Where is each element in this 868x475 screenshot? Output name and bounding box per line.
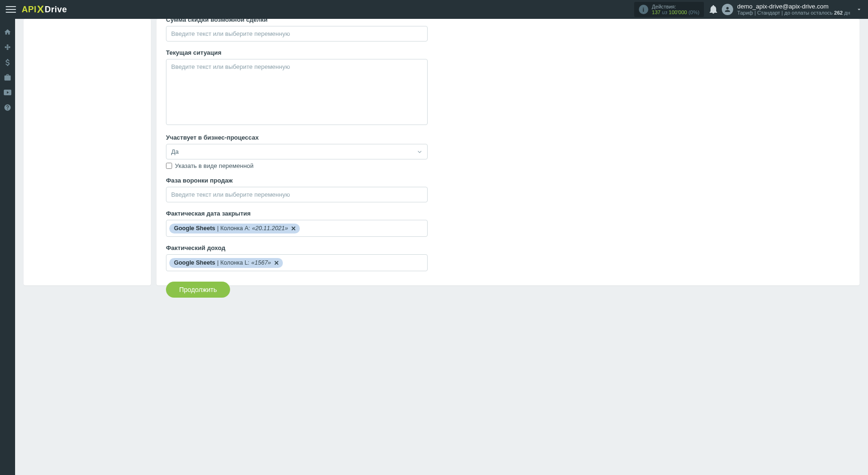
business-select[interactable]: Да — [166, 144, 428, 159]
sidebar-video[interactable] — [0, 88, 15, 97]
sidebar-help[interactable] — [0, 103, 15, 112]
funnel-label: Фаза воронки продаж — [166, 177, 428, 184]
logo-drive: Drive — [45, 5, 67, 15]
remove-tag-icon[interactable]: ✕ — [274, 259, 279, 267]
sidebar-connections[interactable] — [0, 42, 15, 52]
left-panel — [24, 19, 151, 285]
sidebar-home[interactable] — [0, 27, 15, 37]
close-date-tag: Google Sheets | Колонка A: «20.11.2021» … — [169, 224, 300, 233]
logo[interactable]: APIXDrive — [22, 3, 67, 16]
actions-label: Действия: — [652, 4, 696, 9]
info-icon: i — [639, 5, 648, 14]
income-label: Фактический доход — [166, 244, 428, 251]
discount-label: Сумма скидки возможной сделки — [166, 19, 428, 23]
main-content: Сумма скидки возможной сделки Текущая си… — [15, 19, 696, 380]
continue-button[interactable]: Продолжить — [166, 282, 230, 298]
close-date-label: Фактическая дата закрытия — [166, 210, 428, 217]
situation-textarea[interactable] — [166, 59, 428, 125]
situation-label: Текущая ситуация — [166, 49, 428, 56]
income-input[interactable]: Google Sheets | Колонка L: «1567» ✕ — [166, 254, 428, 271]
sidebar-toolbox[interactable] — [0, 73, 15, 82]
discount-input[interactable] — [166, 26, 428, 42]
variable-checkbox-label: Указать в виде переменной — [175, 162, 254, 169]
menu-toggle[interactable] — [6, 4, 16, 15]
actions-value: 137 из 100'000 (0%) — [652, 9, 696, 15]
sidebar — [0, 19, 15, 380]
actions-counter[interactable]: i Действия: 137 из 100'000 (0%) — [634, 2, 696, 17]
top-header: APIXDrive i Действия: 137 из 100'000 (0%… — [0, 0, 696, 19]
logo-api: API — [22, 5, 37, 15]
logo-x: X — [37, 3, 44, 16]
right-panel: Сумма скидки возможной сделки Текущая си… — [157, 19, 696, 285]
sidebar-billing[interactable] — [0, 58, 15, 67]
business-label: Участвует в бизнес-процессах — [166, 134, 428, 141]
variable-checkbox[interactable] — [166, 163, 172, 169]
income-tag: Google Sheets | Колонка L: «1567» ✕ — [169, 258, 283, 268]
close-date-input[interactable]: Google Sheets | Колонка A: «20.11.2021» … — [166, 220, 428, 237]
remove-tag-icon[interactable]: ✕ — [291, 225, 296, 232]
funnel-input[interactable] — [166, 187, 428, 202]
